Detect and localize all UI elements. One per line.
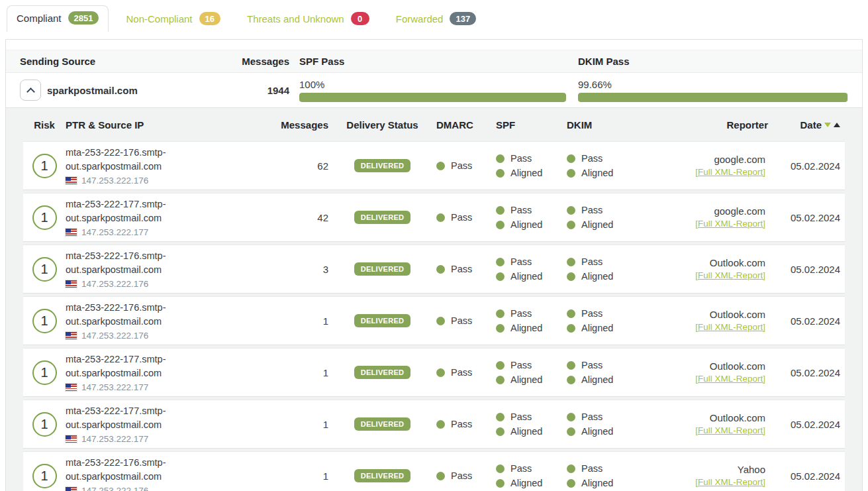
full-xml-report-link[interactable]: [Full XML-Report] — [695, 477, 765, 487]
row-messages-count: 1 — [222, 367, 328, 378]
report-date: 05.02.2024 — [768, 264, 845, 275]
detail-section: Risk PTR & Source IP Messages Delivery S… — [6, 108, 862, 491]
source-ip: 147.253.222.177 — [81, 434, 148, 444]
ptr-hostname: mta-253-222-176.smtp-out.sparkpostmail.c… — [66, 249, 185, 277]
us-flag-icon — [66, 487, 77, 491]
tab-threats-and-unknown[interactable]: Threats and Unknown 0 — [238, 7, 379, 31]
header-risk: Risk — [23, 119, 66, 131]
dkim-pass-dot-icon — [567, 154, 575, 163]
spf-aligned-dot-icon — [496, 221, 505, 229]
dkim-alignment: Aligned — [581, 270, 613, 283]
full-xml-report-link[interactable]: [Full XML-Report] — [695, 425, 765, 435]
dmarc-result: Pass — [451, 211, 472, 224]
row-messages-count: 62 — [222, 160, 328, 172]
reporter-domain: google.com — [646, 154, 765, 165]
spf-aligned-dot-icon — [496, 272, 505, 281]
ptr-hostname: mta-253-222-177.smtp-out.sparkpostmail.c… — [66, 353, 185, 380]
spf-aligned-dot-icon — [496, 479, 505, 488]
spf-aligned-dot-icon — [496, 427, 505, 436]
spf-pass-dot-icon — [496, 154, 505, 163]
dmarc-pass-dot-icon — [436, 420, 445, 429]
dmarc-pass-dot-icon — [436, 162, 445, 170]
delivery-status-badge: DELIVERED — [354, 366, 411, 379]
ptr-hostname: mta-253-222-176.smtp-out.sparkpostmail.c… — [66, 146, 185, 174]
delivery-status-badge: DELIVERED — [354, 469, 411, 482]
dkim-result: Pass — [581, 462, 603, 475]
us-flag-icon — [66, 332, 77, 339]
source-ip: 147.253.222.176 — [81, 331, 148, 341]
collapse-source-button[interactable] — [20, 80, 41, 101]
us-flag-icon — [66, 384, 77, 391]
report-date: 05.02.2024 — [768, 160, 845, 172]
risk-score-badge: 1 — [32, 257, 57, 282]
source-messages-count: 1944 — [218, 85, 289, 96]
dkim-result: Pass — [581, 307, 603, 320]
dkim-pass-bar — [578, 93, 848, 102]
tab-non-compliant-count-badge: 16 — [199, 12, 220, 25]
dkim-pass-dot-icon — [567, 464, 575, 473]
dmarc-result: Pass — [451, 314, 472, 327]
full-xml-report-link[interactable]: [Full XML-Report] — [695, 374, 765, 384]
full-xml-report-link[interactable]: [Full XML-Report] — [695, 167, 765, 177]
row-messages-count: 42 — [222, 212, 328, 223]
ptr-hostname: mta-253-222-177.smtp-out.sparkpostmail.c… — [66, 197, 185, 225]
dmarc-result: Pass — [451, 469, 472, 482]
reporter-domain: google.com — [646, 205, 765, 217]
report-date: 05.02.2024 — [768, 212, 845, 223]
dmarc-result: Pass — [451, 159, 472, 172]
spf-result: Pass — [510, 358, 532, 372]
full-xml-report-link[interactable]: [Full XML-Report] — [695, 322, 765, 332]
spf-result: Pass — [510, 255, 532, 268]
tab-forwarded-count-badge: 137 — [450, 12, 476, 25]
dkim-result: Pass — [581, 255, 603, 268]
reporter-domain: Yahoo — [646, 464, 765, 475]
source-ip: 147.253.222.176 — [81, 279, 148, 289]
report-date: 05.02.2024 — [768, 367, 845, 378]
risk-score-badge: 1 — [32, 154, 57, 178]
dmarc-pass-dot-icon — [436, 317, 445, 325]
spf-result: Pass — [510, 152, 532, 165]
tab-non-compliant[interactable]: Non-Compliant 16 — [117, 7, 230, 31]
tab-forwarded[interactable]: Forwarded 137 — [387, 7, 485, 31]
row-messages-count: 1 — [222, 315, 328, 327]
dkim-pass-dot-icon — [567, 206, 575, 215]
compliant-panel: Sending Source Messages SPF Pass DKIM Pa… — [5, 39, 863, 491]
dmarc-pass-dot-icon — [436, 213, 445, 222]
full-xml-report-link[interactable]: [Full XML-Report] — [695, 270, 765, 280]
spf-alignment: Aligned — [510, 166, 542, 180]
source-ip: 147.253.222.177 — [81, 382, 148, 392]
spf-alignment: Aligned — [510, 425, 542, 438]
tab-threats-count-badge: 0 — [351, 12, 369, 25]
dkim-aligned-dot-icon — [567, 272, 575, 281]
spf-result: Pass — [510, 203, 532, 217]
dkim-alignment: Aligned — [581, 218, 613, 231]
header-detail-messages: Messages — [222, 119, 328, 131]
report-date: 05.02.2024 — [768, 419, 845, 430]
dkim-aligned-dot-icon — [567, 427, 575, 436]
dkim-pass-dot-icon — [567, 309, 575, 318]
tab-compliant[interactable]: Compliant 2851 — [7, 5, 109, 32]
sort-ascending-icon[interactable] — [834, 123, 840, 127]
header-dmarc: DMARC — [436, 119, 496, 131]
table-row: 1 mta-253-222-177.smtp-out.sparkpostmail… — [23, 400, 845, 449]
dkim-pass-dot-icon — [567, 258, 575, 266]
dkim-pass-bar-fill — [578, 93, 847, 102]
dmarc-pass-dot-icon — [436, 368, 445, 377]
header-delivery-status: Delivery Status — [328, 119, 436, 131]
risk-score-badge: 1 — [32, 205, 57, 230]
delivery-status-badge: DELIVERED — [354, 417, 411, 431]
sort-descending-icon[interactable] — [824, 123, 831, 127]
tab-forwarded-label: Forwarded — [396, 13, 444, 25]
spf-alignment: Aligned — [510, 218, 542, 231]
spf-alignment: Aligned — [510, 373, 542, 386]
chevron-up-icon — [26, 87, 35, 96]
dkim-result: Pass — [581, 152, 603, 165]
summary-table-header: Sending Source Messages SPF Pass DKIM Pa… — [6, 50, 862, 73]
full-xml-report-link[interactable]: [Full XML-Report] — [695, 219, 765, 229]
dmarc-pass-dot-icon — [436, 265, 445, 274]
detail-table-header: Risk PTR & Source IP Messages Delivery S… — [23, 108, 845, 141]
dkim-pass-dot-icon — [567, 361, 575, 370]
table-row: 1 mta-253-222-176.smtp-out.sparkpostmail… — [23, 245, 845, 294]
table-row: 1 mta-253-222-176.smtp-out.sparkpostmail… — [23, 296, 845, 345]
us-flag-icon — [66, 177, 77, 184]
